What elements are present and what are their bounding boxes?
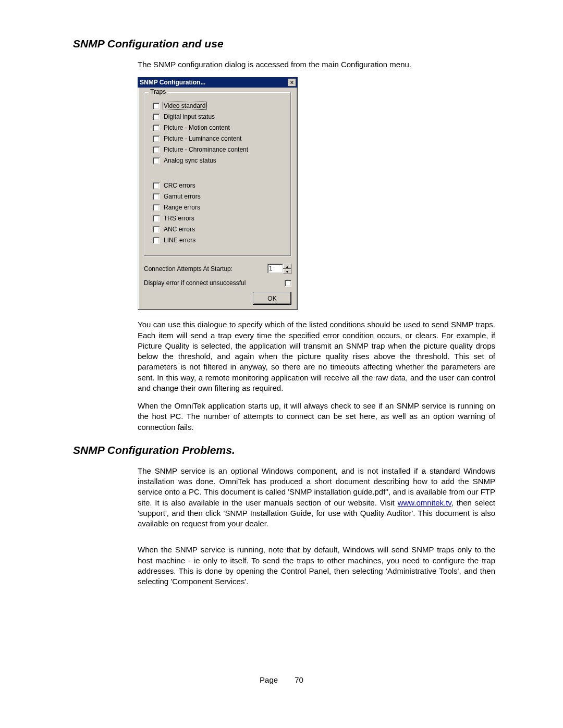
checkbox-icon[interactable] <box>153 103 160 109</box>
para-startup: When the OmniTek application starts up, … <box>138 401 495 433</box>
checkbox-icon[interactable] <box>153 125 160 131</box>
checkbox-label: Analog sync status <box>164 157 216 164</box>
display-error-checkbox[interactable] <box>285 280 291 287</box>
checkbox-icon[interactable] <box>153 157 160 164</box>
dialog-titlebar: SNMP Configuration... × <box>138 77 298 88</box>
checkbox-label: Picture - Motion content <box>164 124 230 131</box>
connection-attempts-spinner[interactable]: ▲ ▼ <box>267 264 291 274</box>
chevron-down-icon[interactable]: ▼ <box>283 269 291 274</box>
traps-groupbox: Traps Video standard Digital input statu… <box>144 92 291 256</box>
checkbox-label: Range errors <box>164 204 200 211</box>
checkbox-label: ANC errors <box>164 226 195 233</box>
dialog-title: SNMP Configuration... <box>140 79 287 86</box>
trap-digital-input-status[interactable]: Digital input status <box>153 112 286 121</box>
intro-paragraph: The SNMP configuration dialog is accesse… <box>138 59 495 70</box>
checkbox-icon[interactable] <box>153 226 160 233</box>
footer-page-number: 70 <box>295 675 303 684</box>
checkbox-icon[interactable] <box>153 204 160 211</box>
footer-page-label: Page <box>260 675 278 684</box>
checkbox-label: Video standard <box>163 102 207 110</box>
checkbox-icon[interactable] <box>153 146 160 153</box>
para-usage: You can use this dialogue to specify whi… <box>138 319 495 393</box>
snmp-config-dialog: SNMP Configuration... × Traps Video stan… <box>138 77 298 310</box>
trap-picture-chrominance[interactable]: Picture - Chrominance content <box>153 145 286 154</box>
para-service-install: The SNMP service is an optional Windows … <box>138 466 495 529</box>
checkbox-label: Picture - Luminance content <box>164 135 241 142</box>
groupbox-title: Traps <box>149 88 167 95</box>
checkbox-icon[interactable] <box>153 193 160 200</box>
para-trap-addresses: When the SNMP service is running, note t… <box>138 545 495 587</box>
display-error-label: Display error if connect unsuccessful <box>144 279 284 287</box>
checkbox-icon[interactable] <box>153 182 160 189</box>
connection-attempts-input[interactable] <box>267 264 283 273</box>
trap-anc-errors[interactable]: ANC errors <box>153 225 286 234</box>
connection-attempts-row: Connection Attempts At Startup: ▲ ▼ <box>144 264 291 274</box>
checkbox-label: CRC errors <box>164 182 195 189</box>
heading-snmp-config-use: SNMP Configuration and use <box>73 38 495 50</box>
checkbox-icon[interactable] <box>153 114 160 120</box>
trap-line-errors[interactable]: LINE errors <box>153 236 286 245</box>
checkbox-icon[interactable] <box>153 215 160 222</box>
checkbox-label: Digital input status <box>164 113 215 120</box>
trap-video-standard[interactable]: Video standard <box>153 101 286 110</box>
omnitek-link[interactable]: www.omnitek.tv <box>398 498 451 507</box>
trap-picture-luminance[interactable]: Picture - Luminance content <box>153 134 286 143</box>
checkbox-label: Picture - Chrominance content <box>164 146 248 153</box>
page-footer: Page 70 <box>0 675 563 684</box>
checkbox-icon[interactable] <box>153 237 160 244</box>
close-icon[interactable]: × <box>288 79 296 87</box>
connection-attempts-label: Connection Attempts At Startup: <box>144 265 267 273</box>
checkbox-label: Gamut errors <box>164 193 201 200</box>
heading-snmp-problems: SNMP Configuration Problems. <box>73 444 495 456</box>
chevron-up-icon[interactable]: ▲ <box>283 264 291 269</box>
trap-trs-errors[interactable]: TRS errors <box>153 214 286 223</box>
trap-range-errors[interactable]: Range errors <box>153 203 286 212</box>
ok-button[interactable]: OK <box>253 292 291 305</box>
trap-gamut-errors[interactable]: Gamut errors <box>153 192 286 201</box>
trap-analog-sync[interactable]: Analog sync status <box>153 156 286 165</box>
trap-crc-errors[interactable]: CRC errors <box>153 181 286 190</box>
checkbox-label: TRS errors <box>164 215 194 222</box>
checkbox-icon[interactable] <box>153 135 160 142</box>
display-error-row: Display error if connect unsuccessful <box>144 279 291 287</box>
trap-picture-motion[interactable]: Picture - Motion content <box>153 123 286 132</box>
checkbox-label: LINE errors <box>164 237 195 244</box>
